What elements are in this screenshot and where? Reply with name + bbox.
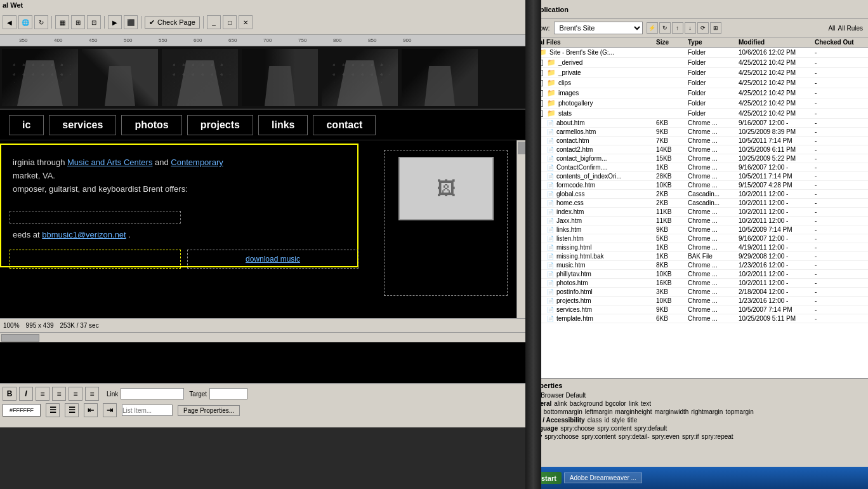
table-row[interactable]: 📄 phillytav.htm 10KB Chrome ... 10/2/201… xyxy=(525,270,868,279)
file-checked: - xyxy=(815,137,865,144)
table-row[interactable]: 📄 services.htm 9KB Chrome ... 10/5/2007 … xyxy=(525,305,868,314)
table-row[interactable]: 📄 contact.htm 7KB Chrome ... 10/5/2011 7… xyxy=(525,137,868,145)
window-close[interactable]: ✕ xyxy=(239,15,253,29)
file-type: Chrome ... xyxy=(688,235,739,242)
table-row[interactable]: 📄 about.htm 6KB Chrome ... 9/16/2007 12:… xyxy=(525,119,868,128)
css-access-row: CSS / Accessibility class id style title xyxy=(528,417,865,424)
photo-6 xyxy=(402,49,478,106)
table-row[interactable]: 📄 Jaxx.htm 11KB Chrome ... 10/2/2011 12:… xyxy=(525,217,868,225)
sync-icon[interactable]: ⟳ xyxy=(697,22,709,34)
table-row[interactable]: - 📁 Site - Brent's Site (G:... Folder 10… xyxy=(525,48,868,58)
show-dropdown[interactable]: Brent's Site xyxy=(554,22,643,34)
file-name: missing.html xyxy=(556,244,592,251)
table-row[interactable]: + 📁 stats Folder 4/25/2012 10:42 PM - xyxy=(525,109,868,119)
file-name: links.htm xyxy=(556,226,581,233)
align-center-btn[interactable]: ≡ xyxy=(52,387,66,401)
table-row[interactable]: 📄 carmellos.htm 9KB Chrome ... 10/25/200… xyxy=(525,128,868,137)
table-row[interactable]: 📄 photos.htm 16KB Chrome ... 10/2/2011 1… xyxy=(525,279,868,288)
file-panel-header: Local Files Size Type Modified Checked O… xyxy=(525,37,868,48)
file-size: 2KB xyxy=(656,199,688,206)
table-row[interactable]: 📄 template.htm 6KB Chrome ... 10/25/2009… xyxy=(525,314,868,323)
h-scroll-thumb[interactable] xyxy=(1,334,39,342)
table-row[interactable]: 📄 listen.htm 5KB Chrome ... 9/16/2007 12… xyxy=(525,234,868,243)
window-max[interactable]: □ xyxy=(223,15,237,29)
italic-btn[interactable]: I xyxy=(19,387,33,401)
file-modified: 4/25/2012 10:42 PM xyxy=(739,69,815,76)
upload-icon[interactable]: ↑ xyxy=(672,22,683,34)
file-type: Chrome ... xyxy=(688,244,739,251)
align-justify-btn[interactable]: ≡ xyxy=(85,387,99,401)
table-row[interactable]: 📄 formcode.htm 10KB Chrome ... 9/15/2007… xyxy=(525,181,868,190)
folder-icon: 📁 xyxy=(547,58,556,67)
table-row[interactable]: 📄 missing.html 1KB Chrome ... 4/19/2011 … xyxy=(525,243,868,252)
h-scrollbar[interactable] xyxy=(0,332,527,342)
file-type: Chrome ... xyxy=(688,182,739,189)
refresh-icon[interactable]: ↻ xyxy=(34,15,48,29)
expand-icon[interactable]: ⊞ xyxy=(710,22,721,34)
stop-icon[interactable]: ⬛ xyxy=(124,15,138,29)
list-item-input[interactable] xyxy=(122,405,173,416)
refresh-icon[interactable]: ↻ xyxy=(659,22,671,34)
download-icon[interactable]: ↓ xyxy=(685,22,696,34)
file-name: home.css xyxy=(556,199,584,206)
grid-icon[interactable]: ▦ xyxy=(55,15,69,29)
play-icon[interactable]: ▶ xyxy=(108,15,122,29)
link-input[interactable] xyxy=(121,388,184,399)
table-row[interactable]: 📄 missing.html.bak 1KB BAK File 9/29/200… xyxy=(525,252,868,261)
color-swatch[interactable]: #FFFFFF xyxy=(3,404,41,417)
file-icon: 📄 xyxy=(547,129,554,135)
table-row[interactable]: + 📁 photogallery Folder 4/25/2012 10:42 … xyxy=(525,98,868,109)
nav-projects[interactable]: projects xyxy=(187,115,253,135)
table-row[interactable]: 📄 postinfo.html 3KB Chrome ... 2/18/2004… xyxy=(525,288,868,297)
nav-music[interactable]: ic xyxy=(9,115,44,135)
check-page-button[interactable]: ✔ Check Page xyxy=(145,17,200,29)
taskbar-dreamweaver[interactable]: Adobe Dreamweaver ... xyxy=(564,472,642,483)
ordered-list-btn[interactable]: ☰ xyxy=(65,403,79,417)
table-row[interactable]: + 📁 images Folder 4/25/2012 10:42 PM - xyxy=(525,88,868,98)
table-row[interactable]: + 📁 _private Folder 4/25/2012 10:42 PM - xyxy=(525,68,868,78)
file-icon: 📄 xyxy=(547,298,554,304)
outdent-btn[interactable]: ⇤ xyxy=(84,403,98,417)
page-properties-button[interactable]: Page Properties... xyxy=(178,405,240,416)
file-size: 2KB xyxy=(656,191,688,198)
table-row[interactable]: 📄 contact2.htm 14KB Chrome ... 10/25/200… xyxy=(525,145,868,154)
table-row[interactable]: + 📁 _derived Folder 4/25/2012 10:42 PM - xyxy=(525,58,868,68)
file-type: Folder xyxy=(688,79,739,86)
nav-contact[interactable]: contact xyxy=(313,115,376,135)
file-panel[interactable]: - 📁 Site - Brent's Site (G:... Folder 10… xyxy=(525,48,868,378)
align-left-btn[interactable]: ≡ xyxy=(36,387,49,401)
bold-btn[interactable]: B xyxy=(3,387,16,401)
file-modified: 10/25/2009 6:11 PM xyxy=(739,146,815,153)
table-row[interactable]: 📄 projects.htm 10KB Chrome ... 1/23/2016… xyxy=(525,297,868,305)
table-row[interactable]: 📄 contact_bigform... 15KB Chrome ... 10/… xyxy=(525,154,868,163)
properties-title: Properties xyxy=(528,382,865,389)
table-row[interactable]: 📄 ContactConfirm.... 1KB Chrome ... 9/16… xyxy=(525,163,868,172)
file-size: 9KB xyxy=(656,128,688,135)
file-modified: 10/2/2011 12:00 - xyxy=(739,279,815,286)
forward-icon[interactable]: 🌐 xyxy=(18,15,32,29)
window-min[interactable]: _ xyxy=(207,15,221,29)
file-name-cell: + 📁 clips xyxy=(528,79,656,87)
target-input[interactable] xyxy=(209,388,247,399)
layout-icon[interactable]: ⊡ xyxy=(87,15,101,29)
connect-icon[interactable]: ⚡ xyxy=(647,22,658,34)
file-checked: - xyxy=(815,208,865,215)
table-row[interactable]: 📄 contents_of_indexOri... 28KB Chrome ..… xyxy=(525,172,868,181)
nav-photos[interactable]: photos xyxy=(121,115,181,135)
file-name: images xyxy=(558,90,579,97)
table-row[interactable]: 📄 index.htm 11KB Chrome ... 10/2/2011 12… xyxy=(525,208,868,217)
table-row[interactable]: + 📁 clips Folder 4/25/2012 10:42 PM - xyxy=(525,78,868,88)
indent-btn[interactable]: ⇥ xyxy=(103,403,117,417)
table-icon[interactable]: ⊞ xyxy=(71,15,85,29)
table-row[interactable]: 📄 home.css 2KB Cascadin... 10/2/2011 12:… xyxy=(525,199,868,208)
separator4 xyxy=(203,16,204,29)
unordered-list-btn[interactable]: ☰ xyxy=(46,403,60,417)
nav-services[interactable]: services xyxy=(49,115,116,135)
table-row[interactable]: 📄 links.htm 9KB Chrome ... 10/5/2009 7:1… xyxy=(525,225,868,234)
table-row[interactable]: 📄 global.css 2KB Cascadin... 10/2/2011 1… xyxy=(525,190,868,199)
back-icon[interactable]: ◀ xyxy=(3,15,16,29)
nav-links[interactable]: links xyxy=(258,115,308,135)
align-right-btn[interactable]: ≡ xyxy=(69,387,82,401)
file-icon: 📄 xyxy=(547,209,554,215)
table-row[interactable]: 📄 music.htm 8KB Chrome ... 1/23/2016 12:… xyxy=(525,261,868,270)
